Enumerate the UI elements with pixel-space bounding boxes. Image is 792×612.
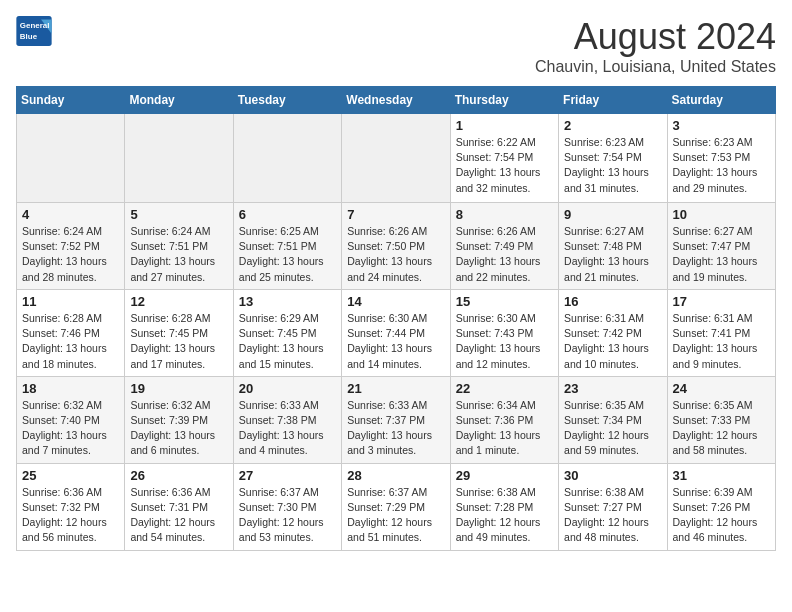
table-cell bbox=[125, 114, 233, 203]
table-cell: 11Sunrise: 6:28 AM Sunset: 7:46 PM Dayli… bbox=[17, 289, 125, 376]
cell-day-number: 1 bbox=[456, 118, 553, 133]
cell-day-number: 20 bbox=[239, 381, 336, 396]
table-cell: 13Sunrise: 6:29 AM Sunset: 7:45 PM Dayli… bbox=[233, 289, 341, 376]
cell-info-text: Sunrise: 6:32 AM Sunset: 7:40 PM Dayligh… bbox=[22, 398, 119, 459]
cell-day-number: 14 bbox=[347, 294, 444, 309]
table-cell: 27Sunrise: 6:37 AM Sunset: 7:30 PM Dayli… bbox=[233, 463, 341, 550]
cell-day-number: 21 bbox=[347, 381, 444, 396]
table-cell: 1Sunrise: 6:22 AM Sunset: 7:54 PM Daylig… bbox=[450, 114, 558, 203]
cell-day-number: 8 bbox=[456, 207, 553, 222]
cell-info-text: Sunrise: 6:31 AM Sunset: 7:42 PM Dayligh… bbox=[564, 311, 661, 372]
cell-day-number: 4 bbox=[22, 207, 119, 222]
cell-info-text: Sunrise: 6:36 AM Sunset: 7:31 PM Dayligh… bbox=[130, 485, 227, 546]
cell-info-text: Sunrise: 6:33 AM Sunset: 7:37 PM Dayligh… bbox=[347, 398, 444, 459]
table-cell: 29Sunrise: 6:38 AM Sunset: 7:28 PM Dayli… bbox=[450, 463, 558, 550]
header-friday: Friday bbox=[559, 87, 667, 114]
table-cell: 24Sunrise: 6:35 AM Sunset: 7:33 PM Dayli… bbox=[667, 376, 775, 463]
table-cell: 16Sunrise: 6:31 AM Sunset: 7:42 PM Dayli… bbox=[559, 289, 667, 376]
cell-day-number: 10 bbox=[673, 207, 770, 222]
table-cell: 8Sunrise: 6:26 AM Sunset: 7:49 PM Daylig… bbox=[450, 203, 558, 290]
svg-text:Blue: Blue bbox=[20, 32, 38, 41]
table-cell: 21Sunrise: 6:33 AM Sunset: 7:37 PM Dayli… bbox=[342, 376, 450, 463]
cell-info-text: Sunrise: 6:22 AM Sunset: 7:54 PM Dayligh… bbox=[456, 135, 553, 196]
cell-info-text: Sunrise: 6:27 AM Sunset: 7:47 PM Dayligh… bbox=[673, 224, 770, 285]
cell-info-text: Sunrise: 6:35 AM Sunset: 7:33 PM Dayligh… bbox=[673, 398, 770, 459]
table-cell: 23Sunrise: 6:35 AM Sunset: 7:34 PM Dayli… bbox=[559, 376, 667, 463]
cell-info-text: Sunrise: 6:26 AM Sunset: 7:50 PM Dayligh… bbox=[347, 224, 444, 285]
cell-day-number: 31 bbox=[673, 468, 770, 483]
table-cell: 22Sunrise: 6:34 AM Sunset: 7:36 PM Dayli… bbox=[450, 376, 558, 463]
table-cell: 26Sunrise: 6:36 AM Sunset: 7:31 PM Dayli… bbox=[125, 463, 233, 550]
table-cell bbox=[233, 114, 341, 203]
calendar-location: Chauvin, Louisiana, United States bbox=[535, 58, 776, 76]
cell-day-number: 5 bbox=[130, 207, 227, 222]
table-cell: 10Sunrise: 6:27 AM Sunset: 7:47 PM Dayli… bbox=[667, 203, 775, 290]
cell-day-number: 17 bbox=[673, 294, 770, 309]
cell-info-text: Sunrise: 6:37 AM Sunset: 7:29 PM Dayligh… bbox=[347, 485, 444, 546]
table-cell: 17Sunrise: 6:31 AM Sunset: 7:41 PM Dayli… bbox=[667, 289, 775, 376]
table-cell: 25Sunrise: 6:36 AM Sunset: 7:32 PM Dayli… bbox=[17, 463, 125, 550]
cell-info-text: Sunrise: 6:39 AM Sunset: 7:26 PM Dayligh… bbox=[673, 485, 770, 546]
cell-info-text: Sunrise: 6:38 AM Sunset: 7:27 PM Dayligh… bbox=[564, 485, 661, 546]
table-cell: 28Sunrise: 6:37 AM Sunset: 7:29 PM Dayli… bbox=[342, 463, 450, 550]
week-row-2: 4Sunrise: 6:24 AM Sunset: 7:52 PM Daylig… bbox=[17, 203, 776, 290]
cell-info-text: Sunrise: 6:23 AM Sunset: 7:53 PM Dayligh… bbox=[673, 135, 770, 196]
svg-text:General: General bbox=[20, 21, 50, 30]
cell-day-number: 7 bbox=[347, 207, 444, 222]
days-header-row: Sunday Monday Tuesday Wednesday Thursday… bbox=[17, 87, 776, 114]
cell-info-text: Sunrise: 6:38 AM Sunset: 7:28 PM Dayligh… bbox=[456, 485, 553, 546]
table-cell: 30Sunrise: 6:38 AM Sunset: 7:27 PM Dayli… bbox=[559, 463, 667, 550]
table-cell: 14Sunrise: 6:30 AM Sunset: 7:44 PM Dayli… bbox=[342, 289, 450, 376]
cell-day-number: 30 bbox=[564, 468, 661, 483]
cell-day-number: 29 bbox=[456, 468, 553, 483]
cell-info-text: Sunrise: 6:24 AM Sunset: 7:52 PM Dayligh… bbox=[22, 224, 119, 285]
cell-day-number: 23 bbox=[564, 381, 661, 396]
header-wednesday: Wednesday bbox=[342, 87, 450, 114]
table-cell: 19Sunrise: 6:32 AM Sunset: 7:39 PM Dayli… bbox=[125, 376, 233, 463]
cell-day-number: 12 bbox=[130, 294, 227, 309]
cell-info-text: Sunrise: 6:24 AM Sunset: 7:51 PM Dayligh… bbox=[130, 224, 227, 285]
cell-day-number: 25 bbox=[22, 468, 119, 483]
calendar-title: August 2024 bbox=[535, 16, 776, 58]
cell-day-number: 15 bbox=[456, 294, 553, 309]
cell-info-text: Sunrise: 6:37 AM Sunset: 7:30 PM Dayligh… bbox=[239, 485, 336, 546]
cell-day-number: 26 bbox=[130, 468, 227, 483]
cell-info-text: Sunrise: 6:27 AM Sunset: 7:48 PM Dayligh… bbox=[564, 224, 661, 285]
cell-day-number: 2 bbox=[564, 118, 661, 133]
table-cell: 20Sunrise: 6:33 AM Sunset: 7:38 PM Dayli… bbox=[233, 376, 341, 463]
table-cell: 7Sunrise: 6:26 AM Sunset: 7:50 PM Daylig… bbox=[342, 203, 450, 290]
calendar-table: Sunday Monday Tuesday Wednesday Thursday… bbox=[16, 86, 776, 551]
cell-day-number: 16 bbox=[564, 294, 661, 309]
title-block: August 2024 Chauvin, Louisiana, United S… bbox=[535, 16, 776, 76]
header-saturday: Saturday bbox=[667, 87, 775, 114]
cell-day-number: 19 bbox=[130, 381, 227, 396]
cell-day-number: 11 bbox=[22, 294, 119, 309]
header-sunday: Sunday bbox=[17, 87, 125, 114]
cell-info-text: Sunrise: 6:29 AM Sunset: 7:45 PM Dayligh… bbox=[239, 311, 336, 372]
cell-info-text: Sunrise: 6:30 AM Sunset: 7:43 PM Dayligh… bbox=[456, 311, 553, 372]
week-row-3: 11Sunrise: 6:28 AM Sunset: 7:46 PM Dayli… bbox=[17, 289, 776, 376]
cell-info-text: Sunrise: 6:35 AM Sunset: 7:34 PM Dayligh… bbox=[564, 398, 661, 459]
table-cell: 9Sunrise: 6:27 AM Sunset: 7:48 PM Daylig… bbox=[559, 203, 667, 290]
cell-info-text: Sunrise: 6:28 AM Sunset: 7:45 PM Dayligh… bbox=[130, 311, 227, 372]
cell-day-number: 13 bbox=[239, 294, 336, 309]
cell-info-text: Sunrise: 6:25 AM Sunset: 7:51 PM Dayligh… bbox=[239, 224, 336, 285]
table-cell: 2Sunrise: 6:23 AM Sunset: 7:54 PM Daylig… bbox=[559, 114, 667, 203]
week-row-1: 1Sunrise: 6:22 AM Sunset: 7:54 PM Daylig… bbox=[17, 114, 776, 203]
header-tuesday: Tuesday bbox=[233, 87, 341, 114]
table-cell: 4Sunrise: 6:24 AM Sunset: 7:52 PM Daylig… bbox=[17, 203, 125, 290]
header-thursday: Thursday bbox=[450, 87, 558, 114]
cell-info-text: Sunrise: 6:30 AM Sunset: 7:44 PM Dayligh… bbox=[347, 311, 444, 372]
table-cell bbox=[17, 114, 125, 203]
page-header: General Blue August 2024 Chauvin, Louisi… bbox=[16, 16, 776, 76]
cell-info-text: Sunrise: 6:33 AM Sunset: 7:38 PM Dayligh… bbox=[239, 398, 336, 459]
cell-info-text: Sunrise: 6:31 AM Sunset: 7:41 PM Dayligh… bbox=[673, 311, 770, 372]
table-cell: 3Sunrise: 6:23 AM Sunset: 7:53 PM Daylig… bbox=[667, 114, 775, 203]
cell-info-text: Sunrise: 6:32 AM Sunset: 7:39 PM Dayligh… bbox=[130, 398, 227, 459]
table-cell: 6Sunrise: 6:25 AM Sunset: 7:51 PM Daylig… bbox=[233, 203, 341, 290]
cell-info-text: Sunrise: 6:34 AM Sunset: 7:36 PM Dayligh… bbox=[456, 398, 553, 459]
table-cell: 5Sunrise: 6:24 AM Sunset: 7:51 PM Daylig… bbox=[125, 203, 233, 290]
table-cell: 15Sunrise: 6:30 AM Sunset: 7:43 PM Dayli… bbox=[450, 289, 558, 376]
logo-icon: General Blue bbox=[16, 16, 52, 46]
cell-info-text: Sunrise: 6:26 AM Sunset: 7:49 PM Dayligh… bbox=[456, 224, 553, 285]
